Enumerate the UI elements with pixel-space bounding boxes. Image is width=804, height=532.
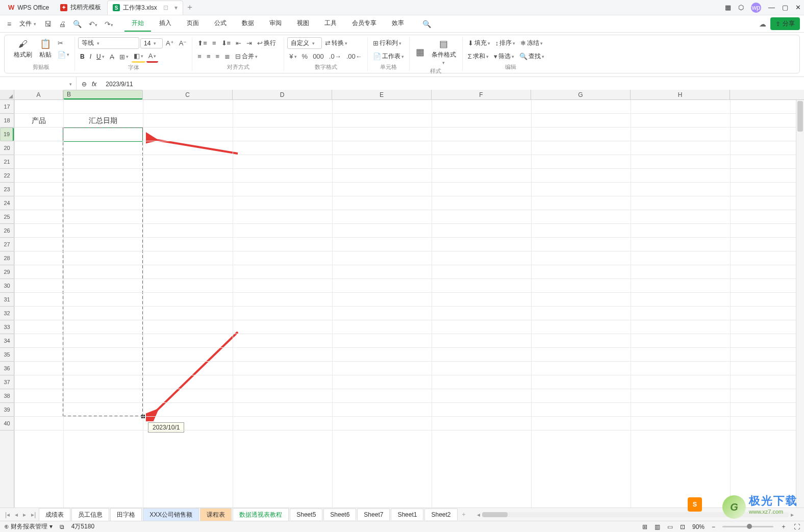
cube-icon[interactable]: ⬡ bbox=[738, 4, 744, 11]
sheet-tab[interactable]: 数据透视表教程 bbox=[233, 508, 289, 521]
app-tab-wps[interactable]: W WPS Office bbox=[3, 1, 54, 15]
tab-nav-last[interactable]: ▸| bbox=[29, 510, 38, 519]
minimize-button[interactable]: — bbox=[768, 4, 775, 11]
fx-cancel-icon[interactable]: ⊖ bbox=[82, 81, 87, 88]
tab-review[interactable]: 审阅 bbox=[262, 16, 289, 32]
italic-button[interactable]: I bbox=[88, 52, 93, 62]
tab-data[interactable]: 数据 bbox=[235, 16, 261, 32]
grid-icon[interactable]: ▦ bbox=[725, 4, 731, 11]
scroll-thumb[interactable] bbox=[797, 101, 803, 132]
worksheet-button[interactable]: 📄工作表▾ bbox=[371, 50, 406, 62]
cloud-icon[interactable]: ☁ bbox=[756, 18, 769, 30]
dec-dec-icon[interactable]: .00← bbox=[344, 51, 364, 62]
align-right-icon[interactable]: ≡ bbox=[214, 51, 222, 62]
thousands-icon[interactable]: 000 bbox=[311, 51, 326, 62]
row-head-19[interactable]: 19 bbox=[0, 128, 14, 141]
row-head-23[interactable]: 23 bbox=[0, 183, 14, 196]
row-head-18[interactable]: 18 bbox=[0, 114, 14, 128]
view-page-icon[interactable]: ▥ bbox=[655, 523, 660, 530]
indent-dec-icon[interactable]: ⇤ bbox=[234, 38, 243, 48]
row-head-25[interactable]: 25 bbox=[0, 210, 14, 224]
row-head-40[interactable]: 40 bbox=[0, 417, 14, 430]
row-head-22[interactable]: 22 bbox=[0, 169, 14, 183]
row-head-21[interactable]: 21 bbox=[0, 155, 14, 169]
justify-icon[interactable]: ≣ bbox=[222, 51, 232, 62]
view-break-icon[interactable]: ▭ bbox=[667, 523, 673, 530]
row-head-38[interactable]: 38 bbox=[0, 389, 14, 403]
freeze-button[interactable]: ❄冻结▾ bbox=[518, 37, 545, 49]
row-head-39[interactable]: 39 bbox=[0, 403, 14, 417]
zoom-value[interactable]: 90% bbox=[692, 523, 705, 530]
vertical-scrollbar[interactable] bbox=[796, 100, 804, 508]
tab-nav-next[interactable]: ▸ bbox=[21, 510, 28, 519]
row-head-28[interactable]: 28 bbox=[0, 251, 14, 265]
doc-more-icon[interactable]: ⊡ bbox=[163, 4, 168, 11]
sheet-tab[interactable]: 员工信息 bbox=[71, 508, 109, 521]
row-head-29[interactable]: 29 bbox=[0, 265, 14, 279]
formula-input[interactable]: 2023/9/11 bbox=[102, 81, 804, 88]
col-head-G[interactable]: G bbox=[531, 90, 631, 99]
font-size-select[interactable]: 14▾ bbox=[140, 38, 163, 48]
underline-button[interactable]: U▾ bbox=[94, 52, 107, 62]
sheet-tab[interactable]: 田字格 bbox=[110, 508, 142, 521]
sheet-tab-active[interactable]: XXX公司销售额 bbox=[143, 508, 199, 521]
align-bottom-icon[interactable]: ⬇≡ bbox=[219, 38, 233, 48]
new-tab-button[interactable]: ＋ bbox=[184, 2, 195, 13]
redo-icon[interactable]: ↷▾ bbox=[102, 18, 116, 30]
sheet-tab[interactable]: Sheet7 bbox=[357, 509, 390, 520]
row-head-26[interactable]: 26 bbox=[0, 224, 14, 238]
app-tab-templates[interactable]: ✦ 找稻壳模板 bbox=[55, 1, 106, 15]
sheet-tab[interactable]: Sheet5 bbox=[290, 509, 322, 520]
tab-insert[interactable]: 插入 bbox=[152, 16, 179, 32]
find-button[interactable]: 🔍查找▾ bbox=[517, 50, 546, 62]
search-icon[interactable]: 🔍 bbox=[422, 20, 431, 28]
zoom-slider[interactable] bbox=[722, 526, 773, 527]
tab-tools[interactable]: 工具 bbox=[317, 16, 344, 32]
sheet-tab[interactable]: Sheet2 bbox=[424, 509, 457, 520]
sort-button[interactable]: ↕排序▾ bbox=[493, 37, 518, 49]
col-head-F[interactable]: F bbox=[432, 90, 531, 99]
hamburger-icon[interactable]: ≡ bbox=[4, 18, 14, 30]
decrease-font-icon[interactable]: A⁻ bbox=[177, 38, 189, 48]
indent-inc-icon[interactable]: ⇥ bbox=[244, 38, 254, 48]
row-head-37[interactable]: 37 bbox=[0, 375, 14, 389]
tab-nav-prev[interactable]: ◂ bbox=[13, 510, 20, 519]
view-normal-icon[interactable]: ⊞ bbox=[642, 523, 647, 530]
row-head-33[interactable]: 33 bbox=[0, 320, 14, 334]
bold-button[interactable]: B bbox=[78, 52, 87, 62]
tab-efficiency[interactable]: 效率 bbox=[385, 16, 411, 32]
cond-format-button[interactable]: ▤条件格式▾ bbox=[429, 37, 459, 66]
dec-inc-icon[interactable]: .0→ bbox=[327, 51, 343, 62]
percent-icon[interactable]: % bbox=[300, 51, 310, 62]
file-menu[interactable]: 文件▾ bbox=[15, 17, 40, 30]
tab-nav-first[interactable]: |◂ bbox=[3, 510, 12, 519]
sheet-tab[interactable]: 成绩表 bbox=[39, 508, 70, 521]
number-format-select[interactable]: 自定义▾ bbox=[287, 37, 322, 49]
print-icon[interactable]: 🖨 bbox=[56, 18, 69, 30]
font-name-select[interactable]: 等线▾ bbox=[78, 37, 139, 49]
status-split-icon[interactable]: ⧉ bbox=[60, 523, 64, 530]
table-style-icon[interactable]: ▦ bbox=[413, 45, 428, 59]
align-left-icon[interactable]: ≡ bbox=[195, 51, 204, 62]
row-head-27[interactable]: 27 bbox=[0, 238, 14, 251]
rows-cols-button[interactable]: ⊞行和列▾ bbox=[371, 37, 404, 49]
row-head-36[interactable]: 36 bbox=[0, 362, 14, 375]
row-head-34[interactable]: 34 bbox=[0, 334, 14, 348]
tab-start[interactable]: 开始 bbox=[124, 16, 151, 32]
sum-button[interactable]: Σ求和▾ bbox=[466, 50, 491, 62]
close-tab-icon[interactable]: ▾ bbox=[174, 4, 178, 11]
zoom-out-button[interactable]: − bbox=[712, 523, 715, 530]
paste-button[interactable]: 📋粘贴 bbox=[36, 37, 55, 60]
col-head-A[interactable]: A bbox=[14, 90, 63, 99]
row-head-35[interactable]: 35 bbox=[0, 348, 14, 362]
row-head-31[interactable]: 31 bbox=[0, 293, 14, 307]
font-color-button[interactable]: A▾ bbox=[146, 50, 159, 63]
row-head-17[interactable]: 17 bbox=[0, 100, 14, 114]
row-head-32[interactable]: 32 bbox=[0, 307, 14, 320]
strike-button[interactable]: A̶ bbox=[108, 52, 116, 62]
copy-icon[interactable]: 📄▾ bbox=[56, 49, 71, 60]
row-head-24[interactable]: 24 bbox=[0, 196, 14, 210]
col-head-D[interactable]: D bbox=[233, 90, 332, 99]
user-avatar[interactable]: wp bbox=[751, 3, 761, 13]
sheet-tab[interactable]: Sheet6 bbox=[323, 509, 356, 520]
